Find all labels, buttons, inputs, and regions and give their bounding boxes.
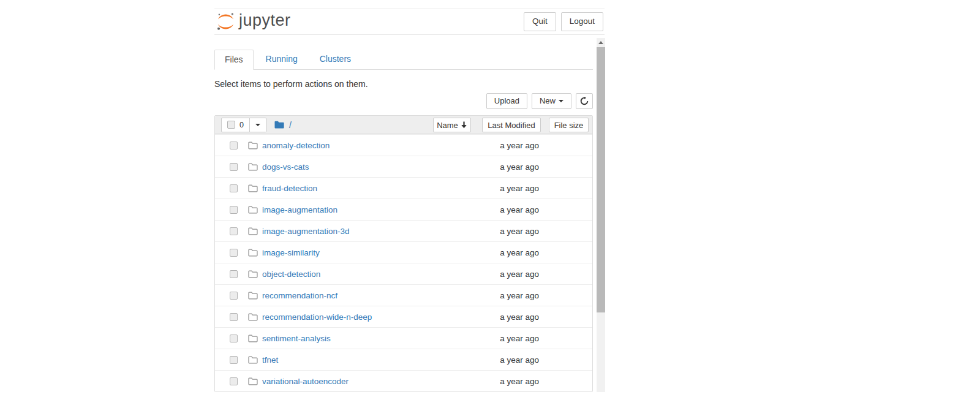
last-modified-text: a year ago (500, 306, 539, 328)
selected-count: 0 (239, 121, 244, 129)
last-modified-text: a year ago (500, 371, 539, 392)
new-dropdown-label: New (540, 96, 556, 106)
tab-clusters[interactable]: Clusters (310, 50, 361, 69)
folder-icon (248, 249, 258, 257)
folder-icon (248, 163, 258, 171)
folder-icon (248, 142, 258, 149)
folder-link[interactable]: recommendation-wide-n-deep (262, 312, 372, 322)
logo-wordmark: jupyter (239, 12, 291, 31)
folder-icon (248, 227, 258, 235)
sort-by-last-modified-button[interactable]: Last Modified (482, 118, 541, 132)
last-modified-text: a year ago (500, 349, 539, 371)
logout-button[interactable]: Logout (561, 12, 603, 31)
file-row: image-augmentation a year ago (215, 199, 592, 220)
header-buttons: Quit Logout (524, 12, 603, 31)
file-row: sentiment-analysis a year ago (215, 327, 592, 349)
select-all-button[interactable]: 0 (221, 118, 250, 132)
chevron-down-icon (559, 100, 564, 102)
file-row: variational-autoencoder a year ago (215, 370, 592, 391)
file-row: image-augmentation-3d a year ago (215, 220, 592, 241)
folder-icon (248, 356, 258, 364)
tab-bar: Files Running Clusters (214, 50, 593, 70)
folder-link[interactable]: sentiment-analysis (262, 334, 331, 343)
select-all-checkbox[interactable] (227, 121, 235, 129)
folder-link[interactable]: object-detection (262, 270, 320, 279)
scrollbar-up-button[interactable] (597, 38, 605, 47)
last-modified-text: a year ago (500, 328, 539, 349)
sort-by-file-size-button[interactable]: File size (549, 118, 589, 132)
upload-button[interactable]: Upload (486, 93, 527, 109)
folder-icon (248, 292, 258, 300)
jupyter-tree-page: jupyter Quit Logout Files Running Cluste… (0, 0, 980, 416)
row-checkbox[interactable] (230, 313, 238, 321)
row-checkbox[interactable] (230, 335, 238, 342)
folder-icon (248, 184, 258, 192)
last-modified-text: a year ago (500, 221, 539, 242)
last-modified-text: a year ago (500, 242, 539, 263)
breadcrumb-folder-icon (274, 121, 284, 129)
breadcrumb: / (274, 120, 292, 130)
app-header: jupyter Quit Logout (214, 9, 605, 35)
row-checkbox[interactable] (230, 377, 238, 385)
action-toolbar: Upload New (214, 93, 593, 109)
row-checkbox[interactable] (230, 292, 238, 300)
row-checkbox[interactable] (230, 270, 238, 278)
row-checkbox[interactable] (230, 142, 238, 149)
file-row: dogs-vs-cats a year ago (215, 156, 592, 177)
folder-link[interactable]: anomaly-detection (262, 141, 330, 150)
folder-icon (248, 335, 258, 342)
tab-running[interactable]: Running (256, 50, 307, 69)
tab-files[interactable]: Files (214, 50, 254, 70)
sort-name-label: Name (437, 121, 458, 130)
select-all-group: 0 (221, 118, 266, 132)
row-checkbox[interactable] (230, 163, 238, 171)
refresh-icon (580, 97, 589, 105)
scrollbar-thumb[interactable] (597, 47, 605, 312)
folder-icon (248, 377, 258, 385)
page-scrollbar[interactable] (597, 38, 605, 392)
file-list-header: 0 / Name (215, 116, 592, 134)
last-modified-text: a year ago (500, 263, 539, 285)
sort-by-name-button[interactable]: Name (433, 118, 471, 132)
select-items-message: Select items to perform actions on them. (214, 79, 593, 89)
folder-icon (248, 313, 258, 321)
jupyter-logo-icon (216, 12, 236, 32)
folder-link[interactable]: dogs-vs-cats (262, 162, 309, 172)
last-modified-text: a year ago (500, 135, 539, 156)
folder-link[interactable]: tfnet (262, 355, 278, 365)
file-row: recommendation-wide-n-deep a year ago (215, 306, 592, 327)
last-modified-text: a year ago (500, 199, 539, 221)
folder-link[interactable]: image-augmentation-3d (262, 227, 350, 236)
folder-icon (248, 270, 258, 278)
sort-arrow-down-icon (461, 121, 467, 129)
file-row: anomaly-detection a year ago (215, 134, 592, 156)
row-checkbox[interactable] (230, 227, 238, 235)
folder-link[interactable]: image-augmentation (262, 205, 337, 214)
file-row: object-detection a year ago (215, 263, 592, 284)
last-modified-text: a year ago (500, 285, 539, 306)
folder-link[interactable]: image-similarity (262, 248, 320, 257)
last-modified-text: a year ago (500, 156, 539, 178)
folder-link[interactable]: variational-autoencoder (262, 377, 349, 386)
refresh-button[interactable] (576, 93, 593, 109)
file-row: recommendation-ncf a year ago (215, 284, 592, 306)
chevron-down-icon (255, 124, 260, 126)
folder-link[interactable]: fraud-detection (262, 184, 317, 193)
breadcrumb-root-link[interactable]: / (289, 120, 292, 130)
folder-icon (248, 206, 258, 214)
row-checkbox[interactable] (230, 249, 238, 257)
row-checkbox[interactable] (230, 206, 238, 214)
scrollbar-up-arrow-icon (598, 41, 603, 44)
new-dropdown-button[interactable]: New (532, 93, 571, 109)
file-row: tfnet a year ago (215, 349, 592, 370)
file-list: 0 / Name (214, 115, 593, 392)
quit-button[interactable]: Quit (524, 12, 556, 31)
main-content: Files Running Clusters Select items to p… (214, 38, 593, 392)
jupyter-logo[interactable]: jupyter (216, 12, 291, 32)
last-modified-text: a year ago (500, 178, 539, 199)
row-checkbox[interactable] (230, 356, 238, 364)
select-filter-dropdown-button[interactable] (250, 118, 266, 132)
folder-link[interactable]: recommendation-ncf (262, 291, 337, 300)
row-checkbox[interactable] (230, 184, 238, 192)
file-row: fraud-detection a year ago (215, 177, 592, 199)
